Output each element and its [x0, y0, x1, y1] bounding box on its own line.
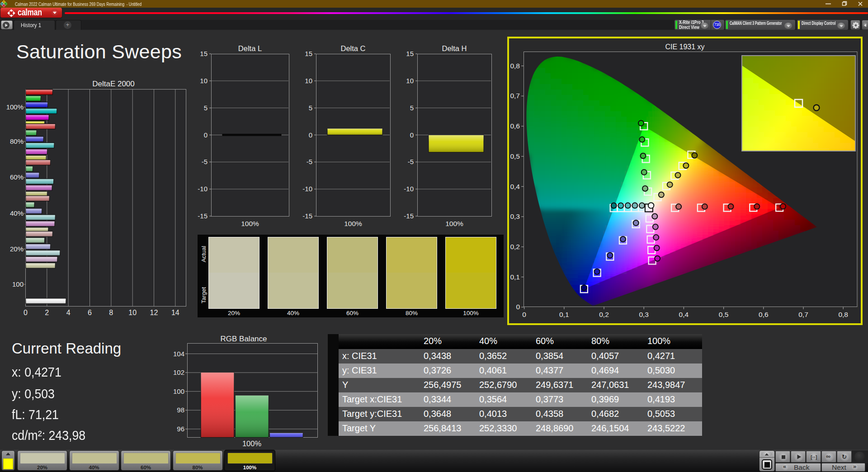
svg-text:-5: -5	[307, 158, 312, 165]
svg-text:RGB Balance: RGB Balance	[221, 335, 267, 343]
svg-text:0,5: 0,5	[719, 311, 729, 318]
svg-text:-10: -10	[198, 185, 208, 193]
svg-text:100: 100	[173, 387, 184, 395]
svg-text:15: 15	[200, 50, 208, 57]
svg-text:0,4: 0,4	[679, 311, 689, 318]
svg-text:6: 6	[88, 309, 92, 316]
svg-text:0,1: 0,1	[559, 311, 569, 318]
svg-text:0: 0	[204, 131, 208, 139]
svg-text:0,8: 0,8	[838, 311, 848, 318]
svg-text:100: 100	[12, 280, 24, 288]
svg-text:14: 14	[171, 309, 179, 316]
svg-text:-15: -15	[198, 212, 208, 220]
svg-text:-10: -10	[404, 185, 414, 193]
svg-text:0: 0	[309, 131, 312, 139]
svg-text:98: 98	[177, 406, 184, 414]
svg-text:0,3: 0,3	[639, 311, 649, 318]
svg-text:2: 2	[45, 309, 49, 316]
svg-text:Delta H: Delta H	[442, 44, 467, 52]
svg-text:80%: 80%	[10, 137, 24, 145]
svg-text:Delta L: Delta L	[238, 44, 262, 52]
svg-text:5: 5	[204, 104, 208, 112]
svg-text:0,4: 0,4	[510, 183, 520, 190]
svg-text:0,2: 0,2	[510, 243, 520, 250]
svg-text:5: 5	[410, 104, 414, 112]
svg-text:15: 15	[305, 50, 312, 57]
svg-text:-10: -10	[302, 185, 312, 193]
svg-text:104: 104	[173, 350, 184, 358]
svg-text:0,5: 0,5	[510, 152, 520, 160]
svg-text:CIE 1931 xy: CIE 1931 xy	[665, 43, 704, 51]
svg-text:10: 10	[305, 77, 312, 85]
svg-text:10: 10	[128, 309, 137, 316]
svg-text:0: 0	[410, 131, 414, 139]
svg-text:-5: -5	[202, 158, 208, 165]
svg-text:0,3: 0,3	[510, 212, 520, 220]
svg-text:12: 12	[150, 309, 158, 316]
svg-text:0: 0	[24, 309, 28, 316]
svg-text:0: 0	[522, 311, 526, 318]
svg-text:0,2: 0,2	[599, 311, 609, 318]
svg-text:15: 15	[406, 50, 414, 57]
svg-text:-15: -15	[404, 212, 414, 220]
svg-text:20%: 20%	[10, 245, 24, 253]
svg-text:40%: 40%	[10, 209, 24, 217]
svg-text:60%: 60%	[10, 173, 24, 181]
svg-text:Delta C: Delta C	[340, 44, 365, 52]
svg-text:0,1: 0,1	[510, 273, 520, 281]
svg-text:4: 4	[66, 309, 71, 316]
svg-text:0,6: 0,6	[759, 311, 769, 318]
svg-text:0,7: 0,7	[510, 92, 520, 99]
svg-text:100%: 100%	[6, 103, 24, 111]
svg-text:DeltaE 2000: DeltaE 2000	[92, 80, 135, 88]
svg-text:0: 0	[516, 303, 520, 311]
svg-text:100%: 100%	[344, 220, 362, 227]
svg-text:100%: 100%	[242, 439, 262, 448]
svg-text:102: 102	[173, 368, 184, 376]
svg-text:8: 8	[109, 309, 113, 316]
svg-text:96: 96	[177, 425, 184, 433]
svg-text:5: 5	[309, 104, 312, 112]
svg-text:0,6: 0,6	[510, 122, 520, 130]
svg-text:100%: 100%	[241, 220, 259, 227]
svg-text:10: 10	[200, 77, 208, 85]
svg-text:100%: 100%	[445, 220, 463, 227]
svg-text:0,7: 0,7	[798, 311, 808, 318]
svg-text:-5: -5	[408, 158, 414, 165]
svg-text:10: 10	[406, 77, 414, 85]
svg-text:-15: -15	[302, 212, 312, 220]
svg-text:0,8: 0,8	[510, 62, 520, 70]
